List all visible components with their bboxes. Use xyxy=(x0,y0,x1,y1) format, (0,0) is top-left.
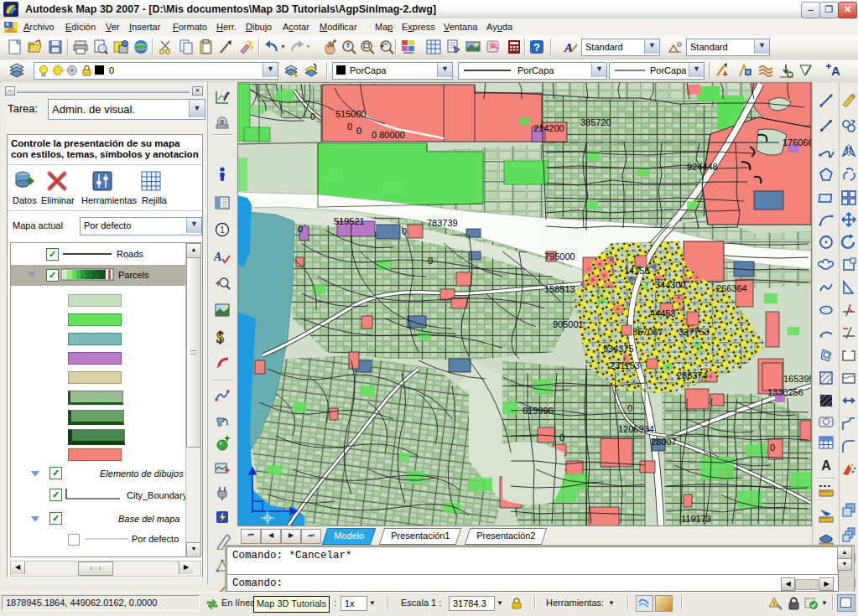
svg-text:A: A xyxy=(564,41,573,54)
svg-text:44453: 44453 xyxy=(650,308,676,318)
svg-text:214200: 214200 xyxy=(533,123,564,133)
svg-text:783739: 783739 xyxy=(427,218,458,228)
svg-text:357067: 357067 xyxy=(632,327,663,337)
svg-text:0: 0 xyxy=(428,256,433,266)
svg-text:1330256: 1330256 xyxy=(767,387,803,397)
svg-text:519521: 519521 xyxy=(334,216,365,226)
svg-text:0 80000: 0 80000 xyxy=(372,130,405,140)
svg-text:0: 0 xyxy=(770,443,775,453)
svg-text:?: ? xyxy=(533,41,540,54)
svg-text:924448: 924448 xyxy=(687,162,718,172)
svg-text:28007: 28007 xyxy=(651,437,677,447)
svg-text:385720: 385720 xyxy=(580,117,611,127)
svg-text:0: 0 xyxy=(627,403,632,413)
svg-text:286374: 286374 xyxy=(677,370,708,380)
svg-text:795000: 795000 xyxy=(544,251,575,261)
svg-text:$: $ xyxy=(216,329,224,345)
svg-text:A: A xyxy=(821,458,831,473)
svg-text:119173: 119173 xyxy=(681,514,711,524)
svg-text:0: 0 xyxy=(347,122,352,132)
svg-text:A: A xyxy=(831,64,840,78)
svg-text:a: a xyxy=(220,117,224,126)
svg-text:1: 1 xyxy=(220,225,225,235)
svg-text:905001: 905001 xyxy=(553,319,584,329)
svg-text:!: ! xyxy=(773,599,776,608)
svg-text:0: 0 xyxy=(298,224,303,234)
svg-text:0: 0 xyxy=(310,111,315,122)
svg-text:0: 0 xyxy=(402,226,407,236)
svg-text:176066: 176066 xyxy=(783,137,812,148)
svg-text:A: A xyxy=(214,251,221,263)
svg-text:337753: 337753 xyxy=(679,327,710,337)
svg-text:1206934: 1206934 xyxy=(618,424,654,434)
svg-text:0: 0 xyxy=(559,432,564,443)
svg-text:934375: 934375 xyxy=(603,344,634,354)
svg-text:14155: 14155 xyxy=(624,266,650,276)
svg-text:231153: 231153 xyxy=(610,360,640,370)
svg-text:266364: 266364 xyxy=(716,283,747,293)
svg-text:619996: 619996 xyxy=(523,406,554,416)
svg-text:158513: 158513 xyxy=(544,284,575,294)
svg-text:165395: 165395 xyxy=(783,374,812,384)
svg-text:515000: 515000 xyxy=(335,109,367,119)
svg-text:344300: 344300 xyxy=(655,280,686,290)
svg-text:0: 0 xyxy=(356,126,361,136)
